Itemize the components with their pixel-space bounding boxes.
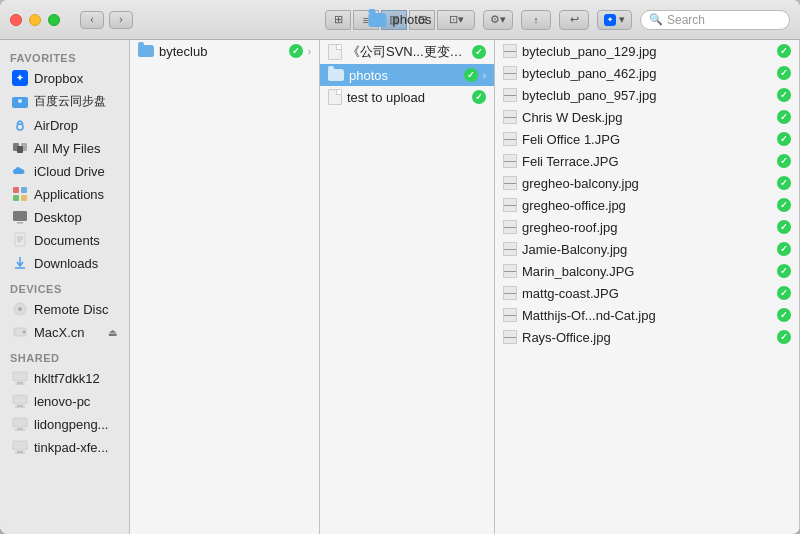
sidebar-item-airdrop[interactable]: AirDrop <box>4 114 125 136</box>
list-item[interactable]: Chris W Desk.jpg ✓ <box>495 106 799 128</box>
svg-rect-26 <box>15 407 25 408</box>
title-area: photos <box>368 12 431 27</box>
list-item[interactable]: Matthijs-Of...nd-Cat.jpg ✓ <box>495 304 799 326</box>
minimize-button[interactable] <box>29 14 41 26</box>
back-button[interactable]: ‹ <box>80 11 104 29</box>
documents-icon <box>12 232 28 248</box>
sidebar-label-downloads: Downloads <box>34 256 98 271</box>
sidebar-item-downloads[interactable]: Downloads <box>4 252 125 274</box>
list-item[interactable]: gregheo-balcony.jpg ✓ <box>495 172 799 194</box>
svg-rect-9 <box>21 195 27 201</box>
search-bar[interactable]: 🔍 Search <box>640 10 790 30</box>
list-item[interactable]: byteclub_pano_129.jpg ✓ <box>495 40 799 62</box>
sync-check-icon: ✓ <box>777 242 791 256</box>
sidebar-label-allmyfiles: All My Files <box>34 141 100 156</box>
maximize-button[interactable] <box>48 14 60 26</box>
shared-computer-icon-1 <box>12 370 28 386</box>
sync-check-icon: ✓ <box>777 308 791 322</box>
dropbox-button[interactable]: ✦ ▾ <box>597 10 632 30</box>
svg-rect-5 <box>17 146 23 153</box>
eject-icon[interactable]: ⏏ <box>108 327 117 338</box>
svg-rect-6 <box>13 187 19 193</box>
shared-computer-icon-3 <box>12 416 28 432</box>
sidebar-item-allmyfiles[interactable]: All My Files <box>4 137 125 159</box>
file-name: 《公司SVN...更变方案》 <box>347 43 467 61</box>
sidebar-item-dropbox[interactable]: ✦ Dropbox <box>4 67 125 89</box>
list-item[interactable]: photos ✓ › <box>320 64 494 86</box>
share-button[interactable]: ↑ <box>521 10 551 30</box>
sidebar-label-applications: Applications <box>34 187 104 202</box>
list-item[interactable]: Jamie-Balcony.jpg ✓ <box>495 238 799 260</box>
sidebar-item-hkltf[interactable]: hkltf7dkk12 <box>4 367 125 389</box>
sidebar-item-icloud[interactable]: iCloud Drive <box>4 160 125 182</box>
file-name: gregheo-balcony.jpg <box>522 176 772 191</box>
list-item[interactable]: gregheo-roof.jpg ✓ <box>495 216 799 238</box>
file-name: byteclub_pano_957.jpg <box>522 88 772 103</box>
sidebar-label-tinkpad: tinkpad-xfe... <box>34 440 108 455</box>
list-item[interactable]: byteclub ✓ › <box>130 40 319 62</box>
action-button[interactable]: ⚙▾ <box>483 10 513 30</box>
all-files-icon <box>12 140 28 156</box>
list-item[interactable]: Rays-Office.jpg ✓ <box>495 326 799 348</box>
sync-check-icon: ✓ <box>777 176 791 190</box>
list-item[interactable]: mattg-coast.JPG ✓ <box>495 282 799 304</box>
dropbox-logo-icon: ✦ <box>604 14 616 26</box>
sync-check-icon: ✓ <box>472 45 486 59</box>
svg-rect-21 <box>13 372 27 381</box>
sidebar-item-macx[interactable]: MacX.cn ⏏ <box>4 321 125 343</box>
document-icon <box>328 44 342 60</box>
sidebar-item-baidu[interactable]: 百度云同步盘 <box>4 90 125 113</box>
list-item[interactable]: Feli Office 1.JPG ✓ <box>495 128 799 150</box>
back-action-button[interactable]: ↩ <box>559 10 589 30</box>
list-item[interactable]: byteclub_pano_462.jpg ✓ <box>495 62 799 84</box>
sidebar-label-hkltf: hkltf7dkk12 <box>34 371 100 386</box>
svg-rect-8 <box>13 195 19 201</box>
sync-check-icon: ✓ <box>472 90 486 104</box>
sync-check-icon: ✓ <box>777 44 791 58</box>
list-item[interactable]: byteclub_pano_957.jpg ✓ <box>495 84 799 106</box>
dropbox-logo-sidebar: ✦ <box>12 70 28 86</box>
image-icon <box>503 110 517 124</box>
icon-view-button[interactable]: ⊞ <box>325 10 351 30</box>
svg-rect-7 <box>21 187 27 193</box>
svg-rect-28 <box>17 428 23 430</box>
arrow-icon: › <box>483 70 486 81</box>
sidebar-item-lidongpeng[interactable]: lidongpeng... <box>4 413 125 435</box>
sync-check-icon: ✓ <box>777 110 791 124</box>
list-item[interactable]: Marin_balcony.JPG ✓ <box>495 260 799 282</box>
sidebar-item-applications[interactable]: Applications <box>4 183 125 205</box>
file-name: photos <box>349 68 459 83</box>
sidebar-label-desktop: Desktop <box>34 210 82 225</box>
search-placeholder: Search <box>667 13 705 27</box>
svg-rect-22 <box>17 382 23 384</box>
image-icon <box>503 330 517 344</box>
close-button[interactable] <box>10 14 22 26</box>
favorites-header: Favorites <box>0 44 129 66</box>
file-name: Matthijs-Of...nd-Cat.jpg <box>522 308 772 323</box>
file-name: Feli Office 1.JPG <box>522 132 772 147</box>
list-item[interactable]: gregheo-office.jpg ✓ <box>495 194 799 216</box>
forward-button[interactable]: › <box>109 11 133 29</box>
sidebar-item-desktop[interactable]: Desktop <box>4 206 125 228</box>
sidebar-item-documents[interactable]: Documents <box>4 229 125 251</box>
sidebar-item-tinkpad[interactable]: tinkpad-xfe... <box>4 436 125 458</box>
sidebar-item-lenovo[interactable]: lenovo-pc <box>4 390 125 412</box>
file-name: Chris W Desk.jpg <box>522 110 772 125</box>
sidebar-label-macx: MacX.cn <box>34 325 85 340</box>
sidebar-item-remote-disc[interactable]: Remote Disc <box>4 298 125 320</box>
list-item[interactable]: Feli Terrace.JPG ✓ <box>495 150 799 172</box>
sidebar-label-lenovo: lenovo-pc <box>34 394 90 409</box>
file-name: gregheo-office.jpg <box>522 198 772 213</box>
arrange-button[interactable]: ⊡▾ <box>437 10 475 30</box>
finder-window: ‹ › photos ⊞ ≡ ▥ ⊟ ⊡▾ ⚙▾ ↑ ↩ ✦ ▾ 🔍 <box>0 0 800 534</box>
sync-check-icon: ✓ <box>777 198 791 212</box>
window-title: photos <box>392 12 431 27</box>
list-item[interactable]: 《公司SVN...更变方案》 ✓ <box>320 40 494 64</box>
list-item[interactable]: test to upload ✓ <box>320 86 494 108</box>
arrow-icon: › <box>308 46 311 57</box>
sidebar-label-lidongpeng: lidongpeng... <box>34 417 108 432</box>
file-name: gregheo-roof.jpg <box>522 220 772 235</box>
file-name: Marin_balcony.JPG <box>522 264 772 279</box>
file-name: byteclub_pano_129.jpg <box>522 44 772 59</box>
devices-header: Devices <box>0 275 129 297</box>
